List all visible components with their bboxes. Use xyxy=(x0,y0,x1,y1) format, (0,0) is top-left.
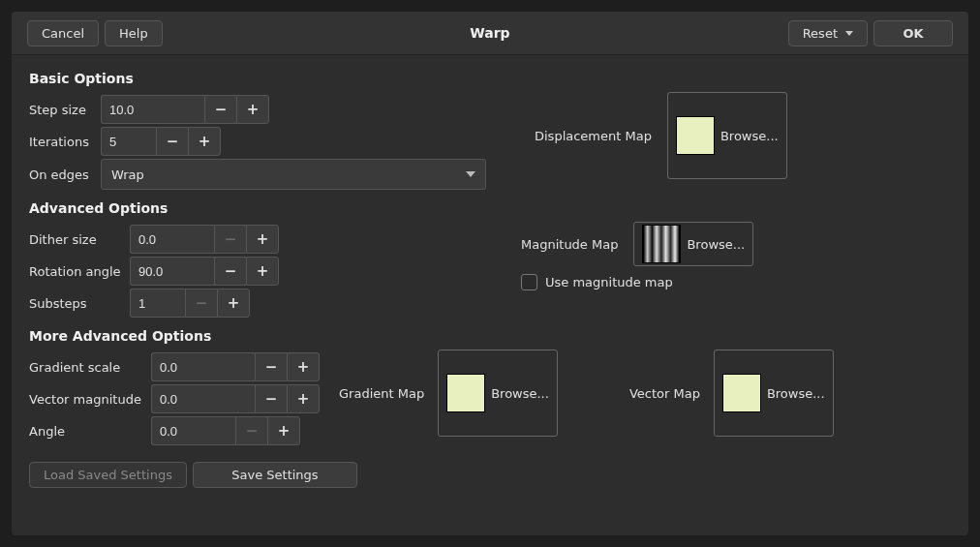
help-button[interactable]: Help xyxy=(105,20,163,46)
rotation-angle-decrement[interactable] xyxy=(214,257,246,286)
angle-input[interactable] xyxy=(151,416,235,445)
on-edges-label: On edges xyxy=(29,167,101,182)
on-edges-select[interactable]: Wrap xyxy=(101,159,486,190)
vector-magnitude-label: Vector magnitude xyxy=(29,392,151,407)
use-magnitude-checkbox[interactable] xyxy=(521,274,537,290)
substeps-label: Substeps xyxy=(29,296,130,311)
chevron-down-icon xyxy=(845,31,853,36)
vector-magnitude-input[interactable] xyxy=(151,384,255,413)
more-advanced-options-heading: More Advanced Options xyxy=(29,328,951,344)
browse-label: Browse... xyxy=(720,129,779,143)
vector-magnitude-increment[interactable] xyxy=(287,384,320,413)
on-edges-value: Wrap xyxy=(111,167,144,182)
vector-map-browse[interactable]: Browse... xyxy=(714,349,834,437)
save-settings-button[interactable]: Save Settings xyxy=(193,462,357,488)
displacement-map-label: Displacement Map xyxy=(535,129,656,143)
iterations-decrement[interactable] xyxy=(156,127,188,156)
rotation-angle-increment[interactable] xyxy=(246,257,279,286)
basic-options-heading: Basic Options xyxy=(29,71,951,86)
gradient-scale-decrement[interactable] xyxy=(255,352,287,381)
step-size-decrement[interactable] xyxy=(204,95,236,124)
advanced-options-heading: Advanced Options xyxy=(29,200,951,216)
step-size-label: Step size xyxy=(29,103,101,117)
vector-map-swatch xyxy=(722,374,761,412)
dither-size-label: Dither size xyxy=(29,232,130,247)
use-magnitude-label: Use magnitude map xyxy=(545,275,673,289)
cancel-button[interactable]: Cancel xyxy=(27,20,99,46)
dither-size-decrement[interactable] xyxy=(214,225,246,254)
dialog-content: Basic Options Step size Iterations xyxy=(12,55,968,535)
titlebar: Cancel Help Warp Reset OK xyxy=(12,12,968,55)
vector-map-label: Vector Map xyxy=(629,386,700,401)
iterations-label: Iterations xyxy=(29,135,101,149)
substeps-decrement[interactable] xyxy=(185,289,217,318)
iterations-increment[interactable] xyxy=(188,127,221,156)
step-size-input[interactable] xyxy=(101,95,204,124)
angle-label: Angle xyxy=(29,424,151,439)
gradient-map-browse[interactable]: Browse... xyxy=(438,349,558,437)
rotation-angle-label: Rotation angle xyxy=(29,264,130,279)
reset-button[interactable]: Reset xyxy=(788,20,868,46)
gradient-map-label: Gradient Map xyxy=(339,386,424,401)
ok-button[interactable]: OK xyxy=(873,20,953,46)
vector-magnitude-decrement[interactable] xyxy=(255,384,287,413)
browse-label: Browse... xyxy=(767,386,825,401)
step-size-increment[interactable] xyxy=(236,95,269,124)
substeps-increment[interactable] xyxy=(217,289,250,318)
browse-label: Browse... xyxy=(491,386,549,401)
iterations-input[interactable] xyxy=(101,127,156,156)
warp-dialog: Cancel Help Warp Reset OK Basic Options … xyxy=(12,12,968,535)
dither-size-increment[interactable] xyxy=(246,225,279,254)
substeps-input[interactable] xyxy=(130,289,185,318)
gradient-scale-label: Gradient scale xyxy=(29,360,151,375)
chevron-down-icon xyxy=(466,171,475,177)
rotation-angle-input[interactable] xyxy=(130,257,214,286)
browse-label: Browse... xyxy=(687,237,745,252)
gradient-scale-input[interactable] xyxy=(151,352,255,381)
magnitude-map-browse[interactable]: Browse... xyxy=(633,222,753,266)
magnitude-map-label: Magnitude Map xyxy=(521,237,622,252)
load-saved-settings-button[interactable]: Load Saved Settings xyxy=(29,462,187,488)
angle-increment[interactable] xyxy=(267,416,300,445)
magnitude-map-swatch xyxy=(642,225,681,263)
gradient-scale-increment[interactable] xyxy=(287,352,320,381)
dither-size-input[interactable] xyxy=(130,225,214,254)
displacement-map-browse[interactable]: Browse... xyxy=(667,92,787,179)
gradient-map-swatch xyxy=(446,374,485,412)
displacement-map-swatch xyxy=(676,116,715,155)
reset-label: Reset xyxy=(803,26,838,41)
angle-decrement[interactable] xyxy=(235,416,267,445)
